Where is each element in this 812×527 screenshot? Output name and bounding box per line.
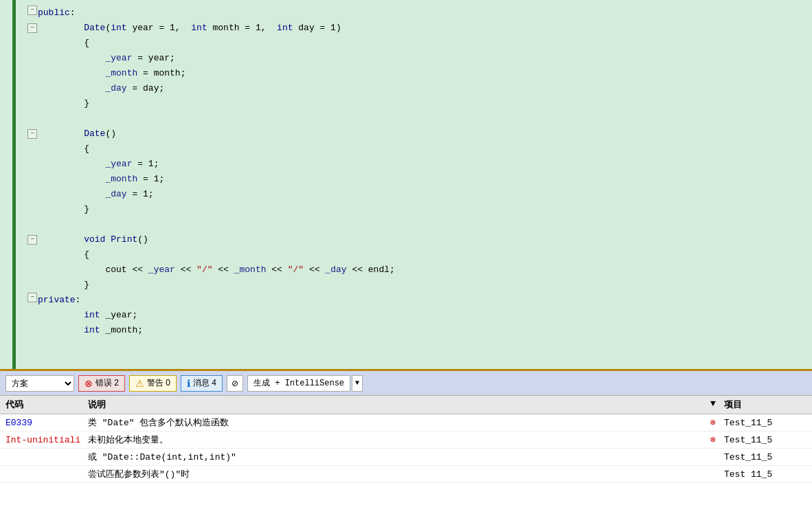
code-line: }: [38, 202, 812, 217]
code-line: − public:: [38, 5, 812, 21]
solution-select[interactable]: 方案: [5, 375, 74, 392]
main-container: − public: − Date(int year = 1, int month…: [0, 0, 812, 527]
warning-label: 警告 0: [147, 377, 170, 389]
code-line: [38, 217, 812, 232]
error-desc: 或 "Date::Date(int,int,int)": [88, 451, 710, 463]
error-code: Int-uninitiali: [5, 435, 88, 445]
error-row[interactable]: Int-uninitiali 未初始化本地变量。 ⊗ Test_11_5: [0, 431, 812, 449]
code-line: − void Print(): [38, 232, 812, 247]
col-desc: 说明: [88, 399, 710, 411]
warning-icon: ⚠: [135, 378, 144, 389]
build-label: 生成 + IntelliSense: [247, 375, 350, 392]
code-line: {: [38, 247, 812, 262]
code-line: _month = month;: [38, 66, 812, 81]
code-line: _year = year;: [38, 51, 812, 66]
code-line: int _month;: [38, 323, 812, 338]
error-project: Test_11_5: [724, 435, 807, 445]
build-dropdown-arrow[interactable]: ▼: [352, 375, 363, 392]
error-label: 错误 2: [95, 377, 119, 389]
build-select-group: 生成 + IntelliSense ▼: [247, 375, 363, 392]
collapse-btn[interactable]: −: [27, 23, 37, 33]
filter-icon: ⊘: [232, 379, 238, 388]
error-project: Test 11_5: [724, 469, 807, 480]
error-icon: ⊗: [84, 378, 93, 389]
error-desc: 未初始化本地变量。: [88, 434, 710, 446]
error-icon-cell: ⊗: [710, 417, 724, 428]
error-table-body: E0339 类 "Date" 包含多个默认构造函数 ⊗ Test_11_5 In…: [0, 414, 812, 527]
collapse-btn[interactable]: −: [27, 129, 37, 139]
code-line: {: [38, 142, 812, 157]
code-line: _day = 1;: [38, 187, 812, 202]
code-line: − Date(int year = 1, int month = 1, int …: [38, 21, 812, 36]
code-line: _day = day;: [38, 81, 812, 96]
error-row[interactable]: 或 "Date::Date(int,int,int)" Test_11_5: [0, 449, 812, 466]
code-line: {: [38, 36, 812, 51]
warning-button[interactable]: ⚠ 警告 0: [129, 375, 177, 392]
code-editor: − public: − Date(int year = 1, int month…: [0, 0, 812, 371]
info-button[interactable]: ℹ 消息 4: [181, 375, 223, 392]
code-content: − public: − Date(int year = 1, int month…: [0, 0, 812, 344]
info-icon: ℹ: [187, 378, 190, 389]
error-panel: 方案 ⊗ 错误 2 ⚠ 警告 0 ℹ 消息 4 ⊘ 生成 + IntelliSe…: [0, 371, 812, 527]
code-line: _year = 1;: [38, 157, 812, 172]
error-row[interactable]: E0339 类 "Date" 包含多个默认构造函数 ⊗ Test_11_5: [0, 414, 812, 431]
col-sort[interactable]: ▼: [710, 399, 724, 411]
code-line: − Date(): [38, 126, 812, 142]
error-project: Test_11_5: [724, 452, 807, 462]
error-row[interactable]: 尝试匹配参数列表"()"时 Test 11_5: [0, 466, 812, 483]
code-line: cout << _year << "/" << _month << "/" <<…: [38, 262, 812, 278]
code-line: }: [38, 278, 812, 293]
error-desc: 类 "Date" 包含多个默认构造函数: [88, 416, 710, 429]
code-line: − private:: [38, 293, 812, 308]
collapse-btn[interactable]: −: [27, 5, 37, 15]
error-button[interactable]: ⊗ 错误 2: [78, 375, 125, 392]
error-table-header: 代码 说明 ▼ 项目: [0, 396, 812, 414]
collapse-btn[interactable]: −: [27, 293, 37, 302]
code-line: }: [38, 96, 812, 111]
info-label: 消息 4: [193, 377, 216, 389]
error-project: Test_11_5: [724, 418, 807, 428]
error-icon-cell: ⊗: [710, 434, 724, 445]
filter-button[interactable]: ⊘: [227, 375, 243, 392]
error-toolbar: 方案 ⊗ 错误 2 ⚠ 警告 0 ℹ 消息 4 ⊘ 生成 + IntelliSe…: [0, 371, 812, 396]
code-line: [38, 111, 812, 126]
code-line: int _year;: [38, 308, 812, 323]
collapse-btn[interactable]: −: [27, 235, 37, 245]
code-line: _month = 1;: [38, 172, 812, 187]
col-code: 代码: [5, 399, 88, 411]
col-project: 项目: [724, 399, 807, 411]
error-desc: 尝试匹配参数列表"()"时: [88, 468, 710, 480]
error-code: E0339: [5, 418, 88, 428]
